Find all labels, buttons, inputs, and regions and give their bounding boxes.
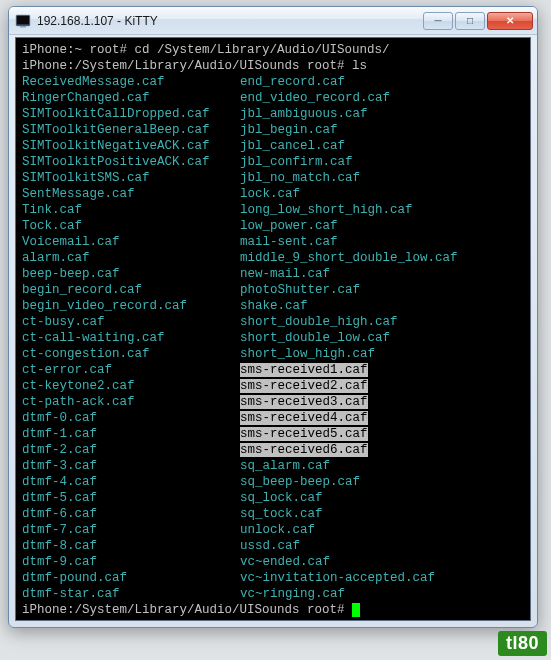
prompt-line: iPhone:/System/Library/Audio/UISounds ro…	[22, 58, 524, 74]
file-name: dtmf-2.caf	[22, 442, 240, 458]
file-name: short_double_high.caf	[240, 314, 524, 330]
file-name: SIMToolkitGeneralBeep.caf	[22, 122, 240, 138]
file-name: dtmf-6.caf	[22, 506, 240, 522]
file-name: SentMessage.caf	[22, 186, 240, 202]
file-name: jbl_ambiguous.caf	[240, 106, 524, 122]
file-name: jbl_no_match.caf	[240, 170, 524, 186]
file-name: jbl_cancel.caf	[240, 138, 524, 154]
file-name: dtmf-0.caf	[22, 410, 240, 426]
file-name: vc~invitation-accepted.caf	[240, 570, 524, 586]
file-name: dtmf-7.caf	[22, 522, 240, 538]
close-button[interactable]: ✕	[487, 12, 533, 30]
file-name: sms-received4.caf	[240, 410, 524, 426]
file-name: end_record.caf	[240, 74, 524, 90]
file-name: short_low_high.caf	[240, 346, 524, 362]
file-name: ct-error.caf	[22, 362, 240, 378]
file-name: Tink.caf	[22, 202, 240, 218]
file-name: ct-keytone2.caf	[22, 378, 240, 394]
file-name: sms-received6.caf	[240, 442, 524, 458]
terminal-window: 192.168.1.107 - KiTTY ─ □ ✕ iPhone:~ roo…	[8, 6, 538, 628]
file-name: Tock.caf	[22, 218, 240, 234]
file-name: begin_video_record.caf	[22, 298, 240, 314]
prompt-line-cursor: iPhone:/System/Library/Audio/UISounds ro…	[22, 602, 524, 618]
file-name: sms-received3.caf	[240, 394, 524, 410]
cursor-block-icon	[352, 603, 360, 617]
file-name: dtmf-pound.caf	[22, 570, 240, 586]
file-name: new-mail.caf	[240, 266, 524, 282]
window-title: 192.168.1.107 - KiTTY	[37, 14, 421, 28]
file-name: ct-path-ack.caf	[22, 394, 240, 410]
file-name: SIMToolkitNegativeACK.caf	[22, 138, 240, 154]
file-name: sms-received2.caf	[240, 378, 524, 394]
file-name: ReceivedMessage.caf	[22, 74, 240, 90]
svg-rect-2	[20, 26, 26, 28]
file-name: sms-received5.caf	[240, 426, 524, 442]
file-name: alarm.caf	[22, 250, 240, 266]
file-name: dtmf-8.caf	[22, 538, 240, 554]
file-name: photoShutter.caf	[240, 282, 524, 298]
file-name: sq_lock.caf	[240, 490, 524, 506]
ls-output: ReceivedMessage.cafRingerChanged.cafSIMT…	[22, 74, 524, 602]
file-name: mail-sent.caf	[240, 234, 524, 250]
terminal-pane[interactable]: iPhone:~ root# cd /System/Library/Audio/…	[15, 37, 531, 621]
file-name: dtmf-star.caf	[22, 586, 240, 602]
file-name: RingerChanged.caf	[22, 90, 240, 106]
file-name: SIMToolkitCallDropped.caf	[22, 106, 240, 122]
file-name: sq_beep-beep.caf	[240, 474, 524, 490]
window-controls: ─ □ ✕	[421, 12, 533, 30]
file-name: sq_tock.caf	[240, 506, 524, 522]
file-name: lock.caf	[240, 186, 524, 202]
file-name: begin_record.caf	[22, 282, 240, 298]
file-name: unlock.caf	[240, 522, 524, 538]
file-name: end_video_record.caf	[240, 90, 524, 106]
file-name: dtmf-4.caf	[22, 474, 240, 490]
file-name: ussd.caf	[240, 538, 524, 554]
file-name: shake.caf	[240, 298, 524, 314]
file-name: ct-congestion.caf	[22, 346, 240, 362]
file-name: long_low_short_high.caf	[240, 202, 524, 218]
file-name: jbl_confirm.caf	[240, 154, 524, 170]
file-name: sq_alarm.caf	[240, 458, 524, 474]
app-icon	[15, 13, 31, 29]
file-name: vc~ended.caf	[240, 554, 524, 570]
file-name: SIMToolkitSMS.caf	[22, 170, 240, 186]
file-name: ct-busy.caf	[22, 314, 240, 330]
prompt-line: iPhone:~ root# cd /System/Library/Audio/…	[22, 42, 524, 58]
file-name: sms-received1.caf	[240, 362, 524, 378]
file-name: short_double_low.caf	[240, 330, 524, 346]
file-name: jbl_begin.caf	[240, 122, 524, 138]
file-name: SIMToolkitPositiveACK.caf	[22, 154, 240, 170]
watermark-badge: tl80	[498, 631, 547, 656]
file-name: ct-call-waiting.caf	[22, 330, 240, 346]
file-name: middle_9_short_double_low.caf	[240, 250, 524, 266]
file-name: beep-beep.caf	[22, 266, 240, 282]
titlebar[interactable]: 192.168.1.107 - KiTTY ─ □ ✕	[9, 7, 537, 35]
file-name: dtmf-1.caf	[22, 426, 240, 442]
svg-rect-1	[17, 16, 29, 24]
file-name: dtmf-5.caf	[22, 490, 240, 506]
maximize-button[interactable]: □	[455, 12, 485, 30]
file-name: dtmf-9.caf	[22, 554, 240, 570]
file-name: dtmf-3.caf	[22, 458, 240, 474]
file-name: vc~ringing.caf	[240, 586, 524, 602]
file-name: low_power.caf	[240, 218, 524, 234]
minimize-button[interactable]: ─	[423, 12, 453, 30]
file-name: Voicemail.caf	[22, 234, 240, 250]
